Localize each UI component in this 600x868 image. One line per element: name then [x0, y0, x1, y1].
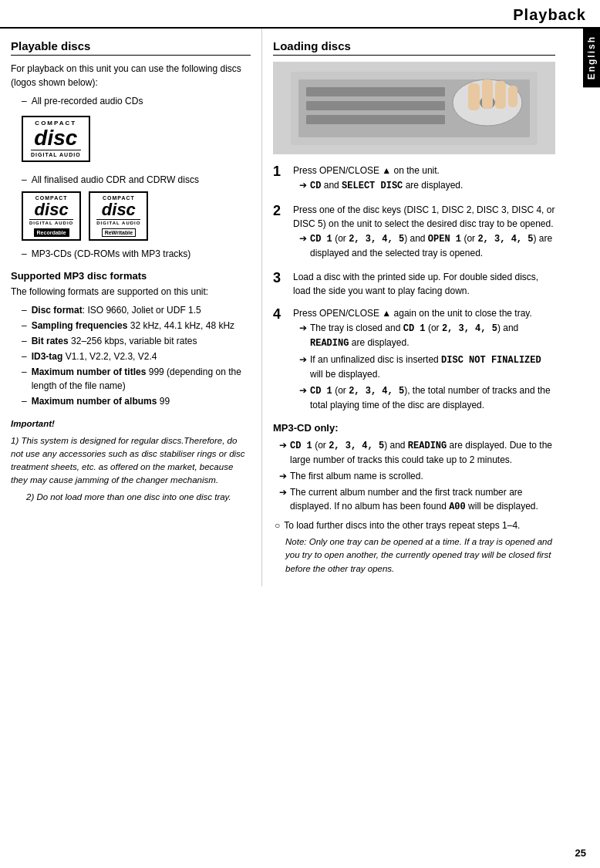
step-4-content: Press OPEN/CLOSE ▲ again on the unit to … [293, 306, 555, 414]
arrow-icon: ➔ [279, 438, 287, 452]
step-4-arrow-2: ➔ If an unfinalized disc is inserted DIS… [299, 353, 555, 381]
spec-max-albums: – Maximum number of albums 99 [22, 394, 251, 408]
spec-label: ID3-tag [32, 351, 63, 362]
step-2: 2 Press one of the disc keys (DISC 1, DI… [273, 203, 555, 262]
svg-rect-10 [508, 86, 517, 107]
arrow-icon: ➔ [299, 321, 307, 335]
svg-rect-9 [495, 81, 506, 109]
circle-bullet-load: ○ To load further discs into the other t… [275, 518, 555, 533]
step-1-arrow-1: ➔ CD and SELECT DISC are displayed. [299, 178, 463, 193]
arrow-icon: ➔ [279, 469, 287, 483]
arrow-icon: ➔ [299, 231, 307, 245]
rewritable-badge: ReWritable [102, 228, 136, 238]
cd-disc-text: disc [31, 127, 81, 149]
spec-text: Maximum number of titles 999 (depending … [32, 365, 251, 393]
cd-logo-recordable: COMPACT disc DIGITAL AUDIO Recordable [22, 191, 81, 241]
svg-rect-3 [306, 101, 445, 110]
arrow-text: If an unfinalized disc is inserted DISC … [310, 353, 555, 381]
step-4: 4 Press OPEN/CLOSE ▲ again on the unit t… [273, 306, 555, 414]
arrow-icon: ➔ [299, 353, 307, 366]
step-4-arrow-3: ➔ CD 1 (or 2, 3, 4, 5), the total number… [299, 383, 555, 412]
dash-icon: – [22, 173, 27, 187]
spec-label: Maximum number of albums [32, 396, 157, 407]
mp3-only-title: MP3-CD only: [273, 422, 555, 434]
step-1: 1 Press OPEN/CLOSE ▲ on the unit. ➔ CD a… [273, 164, 555, 195]
mp3-arrow-1: ➔ CD 1 (or 2, 3, 4, 5) and READING are d… [279, 438, 555, 467]
arrow-text: CD 1 (or 2, 3, 4, 5) and OPEN 1 (or 2, 3… [310, 231, 555, 260]
step-2-arrow-1: ➔ CD 1 (or 2, 3, 4, 5) and OPEN 1 (or 2,… [299, 231, 555, 260]
spec-label: Maximum number of titles [32, 366, 147, 377]
dash-icon: – [22, 334, 27, 348]
bullet-text: All pre-recorded audio CDs [32, 94, 143, 108]
step-3-content: Load a disc with the printed side up. Fo… [293, 270, 555, 299]
step-1-content: Press OPEN/CLOSE ▲ on the unit. ➔ CD and… [293, 164, 463, 195]
step-4-number: 4 [273, 306, 288, 323]
loading-discs-title: Loading discs [273, 39, 555, 56]
arrow-text: CD 1 (or 2, 3, 4, 5), the total number o… [310, 383, 555, 412]
spec-label: Sampling frequencies [32, 320, 128, 331]
playable-discs-title: Playable discs [11, 39, 251, 56]
step-3: 3 Load a disc with the printed side up. … [273, 270, 555, 299]
spec-text: ID3-tag V1.1, V2.2, V2.3, V2.4 [32, 350, 157, 363]
language-tab: English [583, 28, 600, 87]
important-section: Important! 1) This system is designed fo… [11, 417, 251, 504]
playable-discs-intro: For playback on this unit you can use th… [11, 62, 251, 90]
spec-value: V1.1, V2.2, V2.3, V2.4 [62, 351, 157, 362]
cd-logo-main: COMPACT disc DIGITAL AUDIO [22, 116, 90, 162]
spec-id3tag: – ID3-tag V1.1, V2.2, V2.3, V2.4 [22, 350, 251, 363]
spec-sampling: – Sampling frequencies 32 kHz, 44.1 kHz,… [22, 319, 251, 333]
cd-digital-audio-label: DIGITAL AUDIO [96, 219, 140, 226]
dash-icon: – [22, 394, 27, 408]
bullet-cdr: – All finalised audio CDR and CDRW discs [22, 173, 251, 187]
dash-icon: – [22, 247, 27, 261]
arrow-text: CD and SELECT DISC are displayed. [310, 178, 463, 193]
loading-disc-image [273, 62, 555, 154]
bullet-text: MP3-CDs (CD-ROMs with MP3 tracks) [32, 247, 191, 261]
step-3-number: 3 [273, 270, 288, 287]
svg-rect-2 [306, 87, 445, 96]
spec-text: Maximum number of albums 99 [32, 394, 170, 408]
spec-value: : ISO 9660, Joliet or UDF 1.5 [83, 305, 201, 316]
svg-rect-8 [482, 79, 493, 109]
arrow-icon: ➔ [299, 178, 307, 192]
important-title: Important! [11, 417, 251, 431]
mp3-formats-title: Supported MP3 disc formats [11, 270, 251, 282]
right-column: Loading discs [262, 29, 583, 586]
spec-disc-format: – Disc format: ISO 9660, Joliet or UDF 1… [22, 303, 251, 317]
step-4-arrow-1: ➔ The tray is closed and CD 1 (or 2, 3, … [299, 321, 555, 350]
note-text: Note: Only one tray can be opened at a t… [285, 535, 555, 576]
spec-value: 32 kHz, 44.1 kHz, 48 kHz [127, 320, 234, 331]
dash-icon: – [22, 94, 27, 108]
spec-max-titles: – Maximum number of titles 999 (dependin… [22, 365, 251, 393]
page-number: 25 [575, 847, 586, 859]
dash-icon: – [22, 350, 27, 363]
dash-icon: – [22, 365, 27, 393]
cd-logos-row: COMPACT disc DIGITAL AUDIO Recordable CO… [22, 191, 251, 241]
svg-rect-7 [468, 83, 480, 110]
step-1-text: Press OPEN/CLOSE ▲ on the unit. [293, 164, 463, 178]
bullet-prerecorded: – All pre-recorded audio CDs [22, 94, 251, 108]
loading-disc-svg [283, 64, 545, 153]
spec-bitrates: – Bit rates 32–256 kbps, variable bit ra… [22, 334, 251, 348]
step-2-number: 2 [273, 203, 288, 220]
arrow-text: CD 1 (or 2, 3, 4, 5) and READING are dis… [290, 438, 555, 467]
mp3-formats-intro: The following formats are supported on t… [11, 285, 251, 299]
cd-disc-text: disc [29, 201, 73, 218]
spec-text: Sampling frequencies 32 kHz, 44.1 kHz, 4… [32, 319, 234, 333]
svg-rect-4 [306, 115, 445, 124]
arrow-icon: ➔ [299, 383, 307, 397]
dash-icon: – [22, 319, 27, 333]
arrow-text: The current album number and the first t… [290, 485, 555, 514]
cd-logo-rewritable: COMPACT disc DIGITAL AUDIO ReWritable [89, 191, 148, 241]
important-text2: 2) Do not load more than one disc into o… [11, 491, 251, 504]
arrow-icon: ➔ [279, 485, 287, 499]
spec-value: 99 [157, 396, 170, 407]
circle-text: To load further discs into the other tra… [284, 518, 520, 533]
page-title: Playback [0, 0, 600, 29]
cd-digital-audio-label: DIGITAL AUDIO [31, 150, 81, 158]
dash-icon: – [22, 303, 27, 317]
arrow-text: The tray is closed and CD 1 (or 2, 3, 4,… [310, 321, 555, 350]
step-4-text: Press OPEN/CLOSE ▲ again on the unit to … [293, 306, 555, 321]
mp3-arrow-3: ➔ The current album number and the first… [279, 485, 555, 514]
mp3-arrow-2: ➔ The first album name is scrolled. [279, 469, 555, 483]
